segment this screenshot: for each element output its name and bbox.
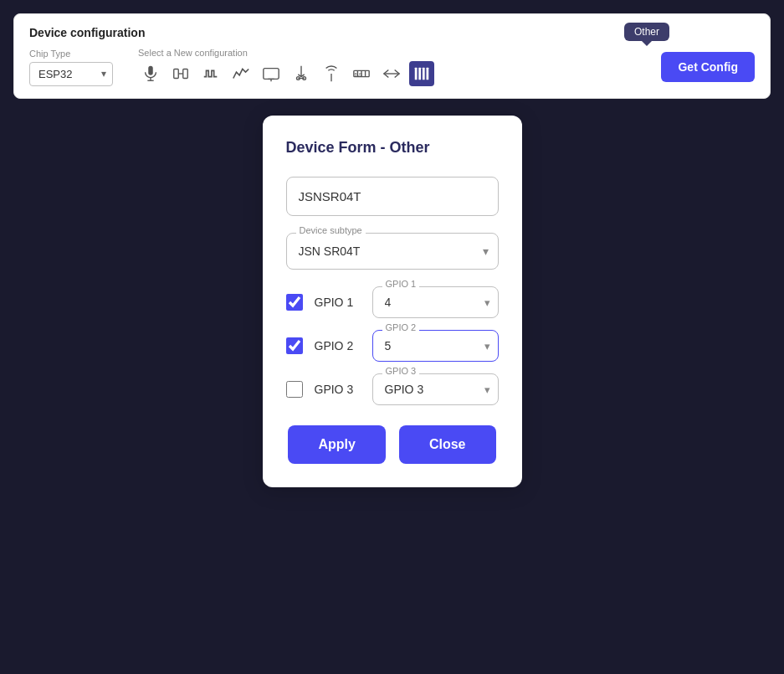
pwm-icon[interactable] <box>198 61 223 86</box>
device-form-title: Device Form - Other <box>286 139 499 157</box>
gpio1-checkbox[interactable] <box>286 294 303 311</box>
gpio3-select-label: GPIO 3 <box>382 366 420 376</box>
gpio1-label: GPIO 1 <box>315 296 361 309</box>
gpio3-select[interactable]: GPIO 301 2345 <box>372 373 499 405</box>
antenna-icon[interactable] <box>319 61 344 86</box>
device-subtype-select-wrapper: Device subtype JSN SR04T JSN SR04T-2.0 O… <box>286 233 499 270</box>
analog-icon[interactable] <box>228 61 254 86</box>
gpio3-select-wrapper: GPIO 3 GPIO 301 2345 <box>372 373 499 405</box>
svg-rect-6 <box>264 69 279 80</box>
get-config-button[interactable]: Get Config <box>661 52 755 82</box>
config-icons-section: Select a New configuration <box>138 48 636 86</box>
svg-text:BUS: BUS <box>355 73 362 77</box>
relay-icon[interactable] <box>168 61 193 86</box>
gpio1-select-label: GPIO 1 <box>382 279 420 289</box>
gpio1-select-group: GPIO 1 0123 456 <box>372 286 499 318</box>
gpio2-label: GPIO 2 <box>315 339 361 352</box>
device-subtype-label: Device subtype <box>296 225 366 235</box>
gpio3-row: GPIO 3 GPIO 3 GPIO 301 2345 <box>286 373 499 405</box>
device-subtype-select[interactable]: JSN SR04T JSN SR04T-2.0 Other <box>286 233 499 270</box>
chip-type-select-wrapper: ESP32 ESP8266 ESP32-S2 ESP32-C3 <box>29 62 113 86</box>
device-form-card: Device Form - Other Device subtype JSN S… <box>263 116 522 487</box>
sensor-icon[interactable] <box>138 61 163 86</box>
usb-icon[interactable] <box>289 61 314 86</box>
gpio2-select[interactable]: 0123 456 <box>372 330 499 362</box>
gpio1-select-wrapper: GPIO 1 0123 456 <box>372 286 499 318</box>
device-name-input[interactable] <box>286 177 499 216</box>
svg-rect-3 <box>174 69 179 79</box>
gpio3-label: GPIO 3 <box>315 383 361 396</box>
chip-type-select[interactable]: ESP32 ESP8266 ESP32-S2 ESP32-C3 <box>29 62 113 86</box>
gpio2-checkbox[interactable] <box>286 337 303 354</box>
config-icons-row: BUS <box>138 61 636 86</box>
device-subtype-group: Device subtype JSN SR04T JSN SR04T-2.0 O… <box>286 233 499 270</box>
svg-rect-21 <box>423 68 425 80</box>
svg-rect-0 <box>148 66 153 75</box>
svg-rect-4 <box>183 69 188 79</box>
svg-rect-19 <box>415 68 418 80</box>
chip-type-section: Chip Type ESP32 ESP8266 ESP32-S2 ESP32-C… <box>29 49 113 86</box>
config-icons-label: Select a New configuration <box>138 48 636 58</box>
gpio1-select[interactable]: 0123 456 <box>372 286 499 318</box>
gpio2-row: GPIO 2 GPIO 2 0123 456 <box>286 330 499 362</box>
config-bar-body: Chip Type ESP32 ESP8266 ESP32-S2 ESP32-C… <box>29 48 755 86</box>
close-button[interactable]: Close <box>399 425 496 464</box>
tooltip-badge: Other <box>624 23 669 41</box>
gpio2-select-label: GPIO 2 <box>382 322 420 332</box>
gpio2-select-group: GPIO 2 0123 456 <box>372 330 499 362</box>
chip-type-label: Chip Type <box>29 49 113 59</box>
gpio2-select-wrapper: GPIO 2 0123 456 <box>372 330 499 362</box>
form-buttons: Apply Close <box>286 425 499 464</box>
gpio3-select-group: GPIO 3 GPIO 301 2345 <box>372 373 499 405</box>
display-icon[interactable] <box>259 61 284 86</box>
config-bar: Device configuration Other Chip Type ESP… <box>13 13 771 99</box>
switch-icon[interactable] <box>379 61 404 86</box>
bus-icon[interactable]: BUS <box>349 61 374 86</box>
gpio3-checkbox[interactable] <box>286 381 303 398</box>
svg-rect-22 <box>427 68 429 80</box>
other-icon[interactable] <box>409 61 434 86</box>
svg-rect-20 <box>418 68 421 80</box>
gpio1-row: GPIO 1 GPIO 1 0123 456 <box>286 286 499 318</box>
apply-button[interactable]: Apply <box>288 425 385 464</box>
